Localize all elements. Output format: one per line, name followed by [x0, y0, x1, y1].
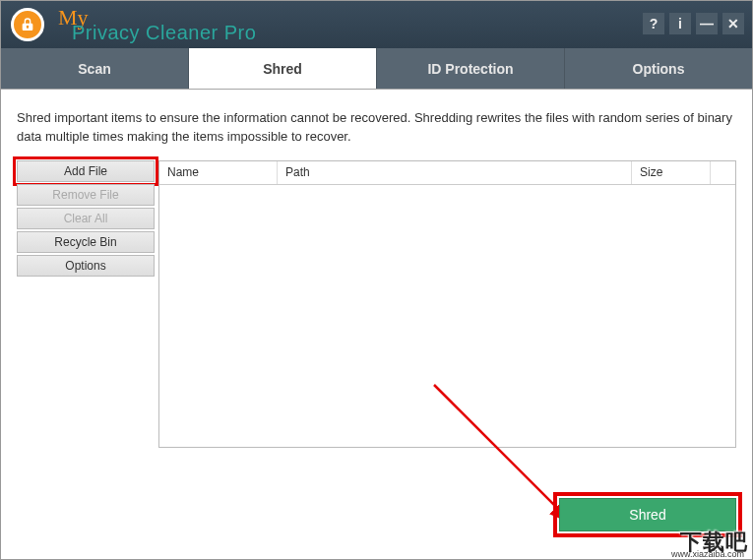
column-name[interactable]: Name	[159, 161, 278, 184]
action-row: Shred	[559, 498, 736, 531]
table-header: Name Path Size	[159, 161, 735, 185]
column-size[interactable]: Size	[632, 161, 711, 184]
info-button[interactable]: i	[669, 13, 691, 34]
help-button[interactable]: ?	[643, 13, 664, 34]
tab-shred[interactable]: Shred	[189, 48, 377, 89]
tab-id-protection[interactable]: ID Protection	[377, 48, 565, 89]
shred-button[interactable]: Shred	[559, 498, 736, 531]
description-text: Shred important items to ensure the info…	[17, 109, 736, 147]
recycle-bin-button[interactable]: Recycle Bin	[17, 231, 155, 253]
table-body	[159, 185, 735, 447]
content-area: Shred important items to ensure the info…	[1, 90, 752, 559]
minimize-button[interactable]: —	[696, 13, 718, 34]
add-file-button[interactable]: Add File	[17, 160, 155, 182]
tab-options[interactable]: Options	[565, 48, 752, 89]
side-button-panel: Add File Remove File Clear All Recycle B…	[17, 160, 155, 448]
title-bar: My Privacy Cleaner Pro ? i — ✕	[1, 1, 752, 48]
lock-icon	[20, 16, 35, 33]
file-table: Name Path Size	[158, 160, 736, 448]
app-logo	[11, 8, 44, 41]
brand: My Privacy Cleaner Pro	[52, 7, 256, 42]
remove-file-button[interactable]: Remove File	[17, 184, 155, 206]
tab-scan[interactable]: Scan	[1, 48, 189, 89]
work-area: Add File Remove File Clear All Recycle B…	[17, 160, 736, 448]
tab-bar: Scan Shred ID Protection Options	[1, 48, 752, 90]
clear-all-button[interactable]: Clear All	[17, 208, 155, 229]
column-end	[711, 161, 735, 184]
shred-options-button[interactable]: Options	[17, 255, 155, 277]
brand-title: Privacy Cleaner Pro	[72, 23, 256, 42]
titlebar-controls: ? i — ✕	[643, 13, 744, 34]
close-button[interactable]: ✕	[722, 13, 744, 34]
watermark-url: www.xiazaiba.com	[671, 549, 744, 559]
column-path[interactable]: Path	[278, 161, 632, 184]
